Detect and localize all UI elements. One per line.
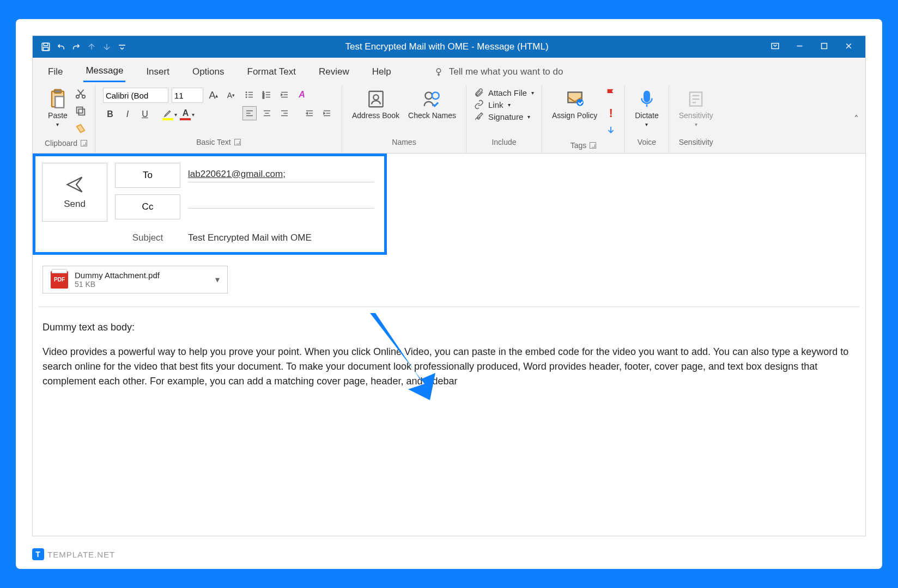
close-icon[interactable] <box>844 41 853 53</box>
ribbon: Paste ▾ Clipboard A▴ A▾ <box>33 82 865 154</box>
svg-rect-14 <box>55 96 64 108</box>
group-clipboard: Paste ▾ Clipboard <box>37 85 95 153</box>
body-intro: Dummy text as body: <box>43 320 855 335</box>
compose-area: Send To lab220621@gmail.com; Cc Subject … <box>33 154 865 404</box>
attachment-size: 51 KB <box>75 280 160 289</box>
qat-customize-icon[interactable] <box>117 41 128 52</box>
svg-rect-19 <box>78 109 84 115</box>
copy-icon[interactable] <box>75 105 87 119</box>
italic-button[interactable]: I <box>120 107 135 121</box>
tags-dialog-launcher[interactable] <box>590 142 596 149</box>
tab-review[interactable]: Review <box>317 62 351 82</box>
group-voice: Dictate ▾ Voice <box>625 85 669 153</box>
maximize-icon[interactable] <box>820 41 829 53</box>
tutorial-frame: Test Encrypted Mail with OME - Message (… <box>16 19 882 569</box>
up-arrow-icon[interactable] <box>86 41 97 52</box>
paste-button[interactable]: Paste ▾ <box>45 88 70 128</box>
undo-icon[interactable] <box>56 41 66 52</box>
cut-icon[interactable] <box>75 88 87 102</box>
align-left-icon[interactable] <box>242 106 257 120</box>
tab-options[interactable]: Options <box>190 62 227 82</box>
high-importance-icon[interactable]: ! <box>605 106 617 120</box>
subject-label: Subject <box>115 232 180 243</box>
redo-icon[interactable] <box>71 41 82 52</box>
attach-file-button[interactable]: Attach File▾ <box>474 88 534 97</box>
attachment-name: Dummy Attachment.pdf <box>75 271 160 280</box>
indent-icon[interactable] <box>277 88 292 102</box>
highlighted-recipient-area: Send To lab220621@gmail.com; Cc Subject … <box>33 154 387 255</box>
font-color-button[interactable]: A▾ <box>180 107 195 121</box>
check-names-button[interactable]: Check Names <box>406 88 458 121</box>
ribbon-tabs: File Message Insert Options Format Text … <box>33 58 865 82</box>
tell-me-label: Tell me what you want to do <box>449 66 563 77</box>
svg-line-18 <box>77 90 82 96</box>
basictext-dialog-launcher[interactable] <box>234 139 241 145</box>
group-basic-text: A▴ A▾ B I U ▾ A▾ 123 <box>95 85 342 153</box>
follow-up-icon[interactable] <box>605 88 617 102</box>
cc-button[interactable]: Cc <box>115 194 180 219</box>
svg-point-25 <box>246 97 247 98</box>
align-right-icon[interactable] <box>277 106 292 120</box>
clipboard-dialog-launcher[interactable] <box>81 140 87 146</box>
font-size-select[interactable] <box>172 88 203 103</box>
svg-rect-51 <box>369 91 383 107</box>
watermark-icon: T <box>32 548 44 560</box>
sensitivity-button[interactable]: Sensitivity ▾ <box>677 88 715 128</box>
to-button[interactable]: To <box>115 163 180 188</box>
svg-rect-57 <box>644 91 650 102</box>
window-title: Test Encrypted Mail with OME - Message (… <box>135 41 759 52</box>
dictate-button[interactable]: Dictate ▾ <box>633 88 661 128</box>
svg-point-9 <box>436 69 441 73</box>
group-sensitivity: Sensitivity ▾ Sensitivity <box>669 85 723 153</box>
signature-button[interactable]: Signature▾ <box>474 112 534 121</box>
svg-point-52 <box>373 95 379 100</box>
low-importance-icon[interactable] <box>605 125 617 139</box>
email-body[interactable]: Dummy text as body: Video provides a pow… <box>33 315 865 404</box>
attachment-item[interactable]: PDF Dummy Attachment.pdf 51 KB ▾ <box>43 266 228 293</box>
clear-formatting-icon[interactable]: A <box>295 88 309 102</box>
tab-file[interactable]: File <box>46 62 65 82</box>
bold-button[interactable]: B <box>103 107 117 121</box>
watermark: T TEMPLATE.NET <box>32 548 115 560</box>
svg-text:3: 3 <box>263 96 265 99</box>
svg-point-54 <box>432 92 439 99</box>
svg-rect-1 <box>44 43 48 46</box>
underline-button[interactable]: U <box>138 107 152 121</box>
minimize-icon[interactable] <box>795 41 804 53</box>
grow-font-icon[interactable]: A▴ <box>207 88 221 102</box>
down-arrow-icon[interactable] <box>101 41 112 52</box>
font-family-select[interactable] <box>103 88 168 103</box>
body-paragraph: Video provides a powerful way to help yo… <box>43 345 855 389</box>
svg-line-17 <box>78 90 83 96</box>
tab-format-text[interactable]: Format Text <box>245 62 298 82</box>
pdf-icon: PDF <box>51 271 68 289</box>
decrease-indent-icon[interactable] <box>302 106 317 120</box>
group-names: Address Book Check Names Names <box>342 85 466 153</box>
to-field-value[interactable]: lab220621@gmail.com; <box>188 169 374 182</box>
save-icon[interactable] <box>40 41 51 52</box>
tab-insert[interactable]: Insert <box>144 62 172 82</box>
tab-help[interactable]: Help <box>370 62 393 82</box>
shrink-font-icon[interactable]: A▾ <box>224 88 238 102</box>
cc-field-value[interactable] <box>188 206 374 209</box>
tell-me-search[interactable]: Tell me what you want to do <box>434 66 563 77</box>
collapse-ribbon-icon[interactable]: ˄ <box>847 85 865 153</box>
link-button[interactable]: Link▾ <box>474 100 534 109</box>
address-book-button[interactable]: Address Book <box>350 88 402 121</box>
svg-rect-6 <box>822 43 827 48</box>
numbering-icon[interactable]: 123 <box>260 88 274 102</box>
svg-rect-13 <box>54 90 62 93</box>
outlook-window: Test Encrypted Mail with OME - Message (… <box>32 35 866 536</box>
format-painter-icon[interactable] <box>75 122 87 137</box>
title-bar: Test Encrypted Mail with OME - Message (… <box>33 36 865 58</box>
subject-value[interactable]: Test Encrypted Mail with OME <box>188 232 312 243</box>
send-button[interactable]: Send <box>42 163 107 222</box>
attachment-dropdown-icon[interactable]: ▾ <box>215 274 220 285</box>
ribbon-display-icon[interactable] <box>770 41 780 53</box>
bullets-icon[interactable] <box>242 88 257 102</box>
assign-policy-button[interactable]: Assign Policy <box>550 88 599 121</box>
increase-indent-icon[interactable] <box>320 106 334 120</box>
tab-message[interactable]: Message <box>83 61 125 82</box>
align-center-icon[interactable] <box>260 106 274 120</box>
highlight-button[interactable]: ▾ <box>163 107 177 121</box>
